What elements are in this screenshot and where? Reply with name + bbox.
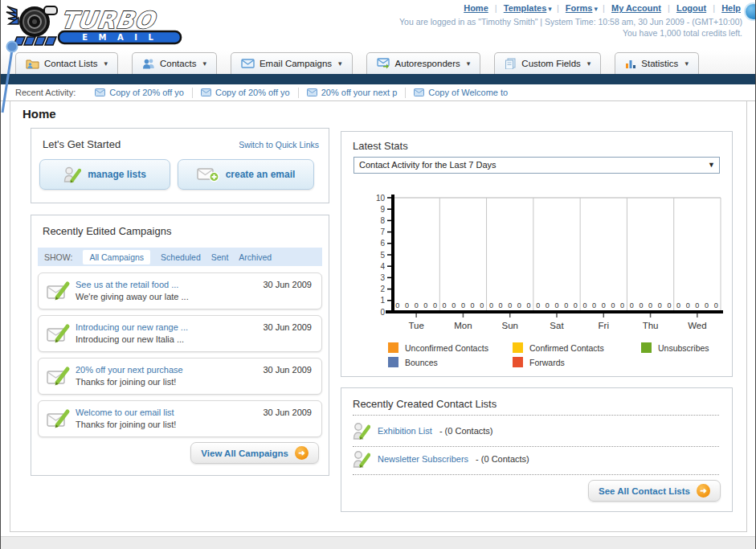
- svg-text:0: 0: [648, 301, 652, 309]
- get-started-panel: Let's Get Started Switch to Quick Links …: [31, 128, 329, 203]
- svg-text:0: 0: [536, 301, 540, 309]
- recent-activity-link[interactable]: 20% off your next p: [321, 88, 398, 97]
- contact-list-item: Exhibition List - (0 Contacts): [353, 421, 719, 447]
- filter-archived[interactable]: Archived: [239, 252, 272, 262]
- svg-text:0: 0: [443, 301, 447, 309]
- nav-link-home[interactable]: Home: [464, 3, 488, 13]
- campaign-date: 30 Jun 2009: [263, 408, 312, 417]
- recent-activity-item[interactable]: Copy of Welcome to: [406, 88, 516, 98]
- see-all-contact-lists-button[interactable]: See All Contact Lists ➜: [588, 480, 721, 502]
- nav-separator: |: [668, 3, 670, 13]
- nav-link-logout[interactable]: Logout: [676, 3, 706, 13]
- legend-label: Bounces: [405, 358, 438, 367]
- manage-lists-button[interactable]: manage lists: [39, 159, 170, 190]
- svg-text:0: 0: [508, 301, 512, 309]
- dropdown-arrow-icon: ▾: [684, 59, 689, 68]
- campaign-title-link[interactable]: See us at the retail food ...: [76, 280, 178, 289]
- navy-divider-bar: [1, 74, 755, 84]
- recent-activity-bar: Recent Activity: Copy of 20% off yo Copy…: [1, 84, 755, 101]
- contact-list-link[interactable]: Exhibition List: [378, 426, 432, 436]
- recent-activity-item[interactable]: Copy of 20% off yo: [87, 88, 193, 98]
- switch-to-quick-links[interactable]: Switch to Quick Links: [239, 140, 319, 150]
- recent-activity-item[interactable]: Copy of 20% off yo: [193, 88, 299, 98]
- view-all-campaigns-button[interactable]: View All Campaigns ➜: [190, 442, 319, 464]
- dropdown-arrow-icon: ▾: [467, 59, 471, 68]
- page-title: Home: [22, 107, 56, 121]
- svg-text:0: 0: [415, 301, 419, 309]
- campaign-title-link[interactable]: Introducing our new range ...: [76, 322, 188, 332]
- dropdown-arrow-icon: ▾: [104, 59, 108, 68]
- logo-title-text: TURBO: [59, 6, 158, 34]
- recent-activity-link[interactable]: Copy of 20% off yo: [109, 88, 184, 97]
- nav-separator: |: [557, 3, 559, 13]
- create-email-button[interactable]: create an email: [178, 159, 314, 190]
- envelope-pencil-icon: [47, 408, 71, 429]
- filter-scheduled[interactable]: Scheduled: [161, 252, 201, 262]
- nav-link-forms[interactable]: Forms: [566, 3, 593, 13]
- legend-label: Unconfirmed Contacts: [405, 343, 488, 353]
- nav-link-templates[interactable]: Templates: [504, 3, 547, 13]
- contact-list-detail: - (0 Contacts): [476, 454, 529, 464]
- svg-text:9: 9: [380, 205, 385, 214]
- nav-link-my-account[interactable]: My Account: [611, 3, 661, 13]
- svg-text:0: 0: [452, 301, 456, 309]
- dropdown-arrow-icon: ▾: [587, 59, 591, 68]
- tab-statistics[interactable]: Statistics ▾: [615, 52, 699, 74]
- campaign-title-link[interactable]: Welcome to our email list: [76, 408, 174, 417]
- header: TURBO E M A I L Home | Templates▾ | Form…: [1, 0, 755, 50]
- nav-link-help[interactable]: Help: [721, 3, 741, 13]
- manage-lists-label: manage lists: [88, 169, 146, 180]
- campaign-title-link[interactable]: 20% off your next purchase: [76, 365, 183, 375]
- svg-text:0: 0: [499, 301, 503, 309]
- campaign-date: 30 Jun 2009: [263, 322, 312, 332]
- tab-autoresponders[interactable]: Autoresponders ▾: [366, 52, 481, 74]
- latest-stats-title: Latest Stats: [353, 140, 408, 152]
- tab-custom-fields[interactable]: Custom Fields ▾: [494, 52, 601, 74]
- campaign-card: See us at the retail food ... We're givi…: [38, 272, 322, 309]
- svg-text:2: 2: [380, 285, 385, 293]
- tab-label: Email Campaigns: [259, 59, 332, 68]
- legend-swatch-icon: [641, 342, 652, 353]
- svg-text:0: 0: [423, 301, 427, 309]
- svg-text:0: 0: [527, 301, 531, 309]
- campaign-subtitle: We're giving away our late ...: [76, 292, 189, 301]
- campaign-card: 20% off your next purchase Thanks for jo…: [38, 358, 322, 395]
- tab-contact-lists[interactable]: Contact Lists ▾: [15, 52, 118, 74]
- recent-activity-link[interactable]: Copy of Welcome to: [428, 88, 508, 97]
- top-nav: Home | Templates▾ | Forms▾ | My Account …: [462, 3, 742, 13]
- svg-text:0: 0: [630, 301, 634, 309]
- dropdown-arrow-icon: ▾: [338, 59, 342, 68]
- stats-period-select[interactable]: Contact Activity for the Last 7 Days ▼: [353, 157, 720, 174]
- contact-activity-chart: 01234567891000000Tue00000Mon00000Sun0000…: [361, 191, 724, 338]
- tab-label: Contact Lists: [44, 59, 97, 68]
- svg-text:1: 1: [380, 296, 385, 305]
- tab-contacts[interactable]: Contacts ▾: [132, 52, 217, 74]
- filter-sent[interactable]: Sent: [211, 252, 229, 262]
- svg-text:0: 0: [380, 308, 385, 317]
- recent-activity-link[interactable]: Copy of 20% off yo: [215, 88, 290, 97]
- filter-all-campaigns[interactable]: All Campaigns: [83, 250, 150, 264]
- main-tabbar: Contact Lists ▾ Contacts ▾ Email Campaig…: [1, 50, 755, 74]
- svg-text:6: 6: [380, 239, 385, 248]
- legend-label: Confirmed Contacts: [529, 343, 604, 353]
- svg-text:5: 5: [380, 251, 385, 260]
- app-logo: TURBO E M A I L: [6, 2, 192, 47]
- legend-item: Confirmed Contacts: [513, 342, 641, 353]
- contacts-icon: [142, 58, 155, 69]
- svg-text:0: 0: [582, 301, 586, 309]
- svg-text:0: 0: [620, 301, 624, 309]
- svg-text:Thu: Thu: [643, 321, 659, 330]
- svg-text:Sat: Sat: [550, 321, 564, 330]
- svg-text:0: 0: [602, 301, 606, 309]
- svg-text:Wed: Wed: [688, 321, 706, 330]
- legend-swatch-icon: [513, 342, 523, 353]
- live-help-icon[interactable]: [744, 2, 756, 21]
- contact-list-link[interactable]: Newsletter Subscribers: [378, 454, 468, 464]
- campaigns-panel: Recently Edited Campaigns SHOW: All Camp…: [31, 215, 329, 476]
- tab-email-campaigns[interactable]: Email Campaigns ▾: [231, 52, 353, 74]
- login-status-text: You are logged in as "Timothy Smith" | S…: [399, 17, 742, 27]
- svg-text:0: 0: [639, 301, 643, 309]
- recent-activity-item[interactable]: 20% off your next p: [299, 88, 407, 98]
- get-started-title: Let's Get Started: [43, 138, 121, 150]
- contact-list-item: Newsletter Subscribers - (0 Contacts): [353, 449, 719, 475]
